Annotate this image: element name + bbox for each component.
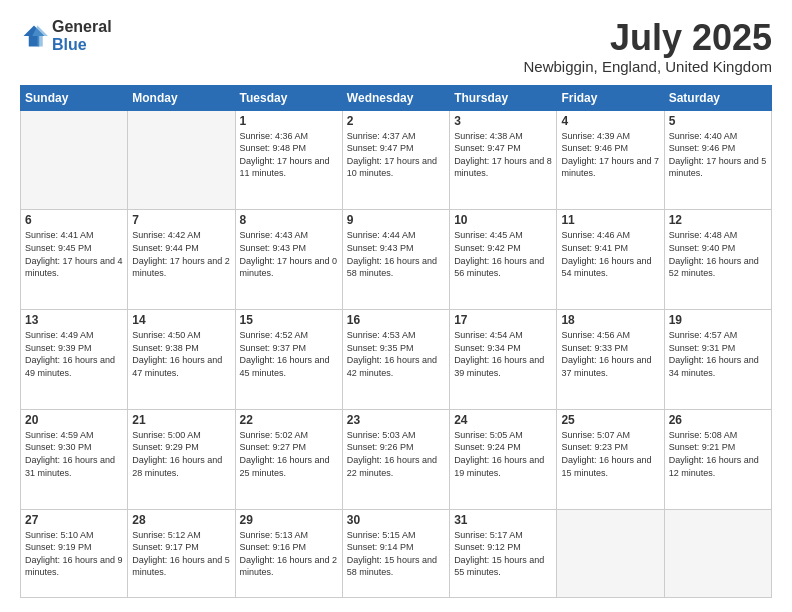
calendar-cell: 17Sunrise: 4:54 AM Sunset: 9:34 PM Dayli… (450, 310, 557, 410)
calendar-cell: 2Sunrise: 4:37 AM Sunset: 9:47 PM Daylig… (342, 110, 449, 210)
day-info: Sunrise: 4:56 AM Sunset: 9:33 PM Dayligh… (561, 329, 659, 379)
calendar-cell (664, 509, 771, 597)
day-number: 15 (240, 313, 338, 327)
logo: General Blue (20, 18, 112, 53)
day-number: 10 (454, 213, 552, 227)
day-number: 2 (347, 114, 445, 128)
calendar-cell: 24Sunrise: 5:05 AM Sunset: 9:24 PM Dayli… (450, 409, 557, 509)
calendar-cell: 20Sunrise: 4:59 AM Sunset: 9:30 PM Dayli… (21, 409, 128, 509)
day-info: Sunrise: 5:12 AM Sunset: 9:17 PM Dayligh… (132, 529, 230, 579)
day-info: Sunrise: 4:49 AM Sunset: 9:39 PM Dayligh… (25, 329, 123, 379)
calendar-cell: 7Sunrise: 4:42 AM Sunset: 9:44 PM Daylig… (128, 210, 235, 310)
day-number: 25 (561, 413, 659, 427)
calendar-cell: 11Sunrise: 4:46 AM Sunset: 9:41 PM Dayli… (557, 210, 664, 310)
calendar-cell (21, 110, 128, 210)
day-number: 3 (454, 114, 552, 128)
day-info: Sunrise: 4:48 AM Sunset: 9:40 PM Dayligh… (669, 229, 767, 279)
day-number: 9 (347, 213, 445, 227)
day-info: Sunrise: 5:08 AM Sunset: 9:21 PM Dayligh… (669, 429, 767, 479)
day-info: Sunrise: 4:43 AM Sunset: 9:43 PM Dayligh… (240, 229, 338, 279)
calendar-cell: 15Sunrise: 4:52 AM Sunset: 9:37 PM Dayli… (235, 310, 342, 410)
day-info: Sunrise: 5:00 AM Sunset: 9:29 PM Dayligh… (132, 429, 230, 479)
day-number: 4 (561, 114, 659, 128)
page: General Blue July 2025 Newbiggin, Englan… (0, 0, 792, 612)
day-number: 28 (132, 513, 230, 527)
calendar-cell: 6Sunrise: 4:41 AM Sunset: 9:45 PM Daylig… (21, 210, 128, 310)
calendar-cell: 3Sunrise: 4:38 AM Sunset: 9:47 PM Daylig… (450, 110, 557, 210)
calendar-cell: 31Sunrise: 5:17 AM Sunset: 9:12 PM Dayli… (450, 509, 557, 597)
day-number: 16 (347, 313, 445, 327)
day-info: Sunrise: 4:57 AM Sunset: 9:31 PM Dayligh… (669, 329, 767, 379)
day-number: 19 (669, 313, 767, 327)
day-number: 18 (561, 313, 659, 327)
calendar-cell: 29Sunrise: 5:13 AM Sunset: 9:16 PM Dayli… (235, 509, 342, 597)
day-info: Sunrise: 4:39 AM Sunset: 9:46 PM Dayligh… (561, 130, 659, 180)
calendar-weekday-thursday: Thursday (450, 85, 557, 110)
calendar-weekday-saturday: Saturday (664, 85, 771, 110)
calendar-cell: 28Sunrise: 5:12 AM Sunset: 9:17 PM Dayli… (128, 509, 235, 597)
day-info: Sunrise: 4:45 AM Sunset: 9:42 PM Dayligh… (454, 229, 552, 279)
calendar-cell: 1Sunrise: 4:36 AM Sunset: 9:48 PM Daylig… (235, 110, 342, 210)
day-number: 13 (25, 313, 123, 327)
calendar-cell: 27Sunrise: 5:10 AM Sunset: 9:19 PM Dayli… (21, 509, 128, 597)
day-info: Sunrise: 5:17 AM Sunset: 9:12 PM Dayligh… (454, 529, 552, 579)
day-info: Sunrise: 4:38 AM Sunset: 9:47 PM Dayligh… (454, 130, 552, 180)
day-info: Sunrise: 4:54 AM Sunset: 9:34 PM Dayligh… (454, 329, 552, 379)
calendar-weekday-friday: Friday (557, 85, 664, 110)
day-info: Sunrise: 4:40 AM Sunset: 9:46 PM Dayligh… (669, 130, 767, 180)
day-number: 11 (561, 213, 659, 227)
calendar-cell: 25Sunrise: 5:07 AM Sunset: 9:23 PM Dayli… (557, 409, 664, 509)
calendar-weekday-monday: Monday (128, 85, 235, 110)
day-number: 21 (132, 413, 230, 427)
day-info: Sunrise: 4:37 AM Sunset: 9:47 PM Dayligh… (347, 130, 445, 180)
calendar-cell: 13Sunrise: 4:49 AM Sunset: 9:39 PM Dayli… (21, 310, 128, 410)
calendar-table: SundayMondayTuesdayWednesdayThursdayFrid… (20, 85, 772, 598)
logo-text: General Blue (52, 18, 112, 53)
calendar-week-2: 6Sunrise: 4:41 AM Sunset: 9:45 PM Daylig… (21, 210, 772, 310)
calendar-week-5: 27Sunrise: 5:10 AM Sunset: 9:19 PM Dayli… (21, 509, 772, 597)
day-number: 30 (347, 513, 445, 527)
day-info: Sunrise: 4:41 AM Sunset: 9:45 PM Dayligh… (25, 229, 123, 279)
day-info: Sunrise: 4:36 AM Sunset: 9:48 PM Dayligh… (240, 130, 338, 180)
calendar-cell (128, 110, 235, 210)
calendar-cell: 16Sunrise: 4:53 AM Sunset: 9:35 PM Dayli… (342, 310, 449, 410)
calendar-cell: 18Sunrise: 4:56 AM Sunset: 9:33 PM Dayli… (557, 310, 664, 410)
calendar-cell: 12Sunrise: 4:48 AM Sunset: 9:40 PM Dayli… (664, 210, 771, 310)
day-info: Sunrise: 5:13 AM Sunset: 9:16 PM Dayligh… (240, 529, 338, 579)
day-number: 14 (132, 313, 230, 327)
day-info: Sunrise: 5:02 AM Sunset: 9:27 PM Dayligh… (240, 429, 338, 479)
day-number: 7 (132, 213, 230, 227)
day-info: Sunrise: 5:05 AM Sunset: 9:24 PM Dayligh… (454, 429, 552, 479)
main-title: July 2025 (524, 18, 773, 58)
calendar-cell: 21Sunrise: 5:00 AM Sunset: 9:29 PM Dayli… (128, 409, 235, 509)
day-info: Sunrise: 4:53 AM Sunset: 9:35 PM Dayligh… (347, 329, 445, 379)
calendar-weekday-sunday: Sunday (21, 85, 128, 110)
calendar-week-3: 13Sunrise: 4:49 AM Sunset: 9:39 PM Dayli… (21, 310, 772, 410)
calendar-weekday-tuesday: Tuesday (235, 85, 342, 110)
day-number: 24 (454, 413, 552, 427)
calendar-cell: 4Sunrise: 4:39 AM Sunset: 9:46 PM Daylig… (557, 110, 664, 210)
calendar-weekday-wednesday: Wednesday (342, 85, 449, 110)
day-info: Sunrise: 4:52 AM Sunset: 9:37 PM Dayligh… (240, 329, 338, 379)
day-info: Sunrise: 5:07 AM Sunset: 9:23 PM Dayligh… (561, 429, 659, 479)
calendar-cell: 10Sunrise: 4:45 AM Sunset: 9:42 PM Dayli… (450, 210, 557, 310)
day-info: Sunrise: 4:46 AM Sunset: 9:41 PM Dayligh… (561, 229, 659, 279)
day-info: Sunrise: 4:50 AM Sunset: 9:38 PM Dayligh… (132, 329, 230, 379)
day-info: Sunrise: 5:15 AM Sunset: 9:14 PM Dayligh… (347, 529, 445, 579)
calendar-cell: 30Sunrise: 5:15 AM Sunset: 9:14 PM Dayli… (342, 509, 449, 597)
day-number: 8 (240, 213, 338, 227)
day-number: 27 (25, 513, 123, 527)
calendar-cell: 23Sunrise: 5:03 AM Sunset: 9:26 PM Dayli… (342, 409, 449, 509)
day-number: 17 (454, 313, 552, 327)
day-number: 22 (240, 413, 338, 427)
calendar-week-4: 20Sunrise: 4:59 AM Sunset: 9:30 PM Dayli… (21, 409, 772, 509)
calendar-cell: 14Sunrise: 4:50 AM Sunset: 9:38 PM Dayli… (128, 310, 235, 410)
day-number: 6 (25, 213, 123, 227)
day-number: 26 (669, 413, 767, 427)
header: General Blue July 2025 Newbiggin, Englan… (20, 18, 772, 75)
calendar-cell: 5Sunrise: 4:40 AM Sunset: 9:46 PM Daylig… (664, 110, 771, 210)
calendar-header-row: SundayMondayTuesdayWednesdayThursdayFrid… (21, 85, 772, 110)
logo-general: General (52, 18, 112, 36)
calendar-cell: 8Sunrise: 4:43 AM Sunset: 9:43 PM Daylig… (235, 210, 342, 310)
day-info: Sunrise: 5:03 AM Sunset: 9:26 PM Dayligh… (347, 429, 445, 479)
